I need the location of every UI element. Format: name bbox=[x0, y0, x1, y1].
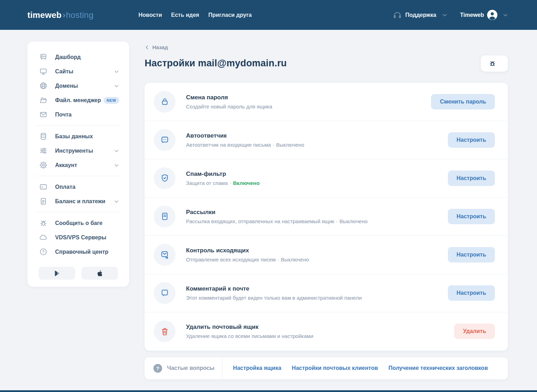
document-icon bbox=[39, 197, 48, 206]
logo-separator: › bbox=[62, 10, 65, 20]
row-subtitle: Удаление ящика со всеми письмами и настр… bbox=[186, 333, 313, 339]
sidebar-item-balance[interactable]: Баланс и платежи bbox=[27, 194, 129, 208]
row-title: Рассылки bbox=[186, 209, 367, 216]
sidebar-item-vds-servers[interactable]: VDS/VPS Серверы bbox=[27, 230, 129, 245]
chevron-down-icon bbox=[114, 148, 119, 154]
app-store-button[interactable] bbox=[81, 267, 118, 280]
row-subtitle: Рассылка входящих, отправленных на настр… bbox=[186, 218, 334, 224]
chevron-down-icon bbox=[442, 12, 447, 18]
row-title: Комментарий к почте bbox=[186, 285, 362, 292]
mail-settings-card: Смена пароля Создайте новый пароль для я… bbox=[145, 83, 508, 351]
faq-link-mailbox-setup[interactable]: Настройка ящика bbox=[233, 365, 281, 371]
configure-comment-button[interactable]: Настроить bbox=[448, 285, 495, 301]
logo-text-primary: timeweb bbox=[27, 10, 61, 20]
row-title: Удалить почтовый ящик bbox=[186, 324, 313, 331]
status-badge: Включено bbox=[233, 180, 260, 186]
sidebar-divider bbox=[36, 176, 121, 176]
sidebar-item-label: Файл. менеджер bbox=[55, 97, 101, 104]
delete-mailbox-button[interactable]: Удалить bbox=[454, 324, 495, 339]
globe-icon bbox=[39, 81, 48, 90]
sidebar-item-sites[interactable]: Сайты bbox=[27, 64, 129, 79]
sidebar-item-label: Аккаунт bbox=[55, 162, 77, 168]
row-title: Смена пароля bbox=[186, 94, 272, 101]
sidebar-item-help-center[interactable]: ? Справочный центр bbox=[27, 245, 129, 259]
account-label: Timeweb bbox=[460, 12, 484, 18]
faq-bar: ? Частые вопросы Настройка ящика Настрой… bbox=[145, 357, 508, 379]
folder-icon bbox=[39, 96, 48, 105]
row-title: Автоответчик bbox=[186, 132, 304, 139]
question-circle-icon: ? bbox=[153, 364, 163, 373]
sidebar-item-label: Баланс и платежи bbox=[55, 198, 105, 205]
timeweb-logo[interactable]: timeweb › hosting bbox=[27, 10, 93, 20]
sidebar-item-label: Домены bbox=[55, 83, 78, 89]
sidebar-item-file-manager[interactable]: Файл. менеджер NEW bbox=[27, 93, 129, 107]
support-menu[interactable]: Поддержка bbox=[393, 11, 447, 20]
sidebar-item-label: Дашборд bbox=[55, 54, 81, 60]
sidebar-item-label: Сообщить о баге bbox=[55, 220, 102, 226]
sidebar-item-label: VDS/VPS Серверы bbox=[55, 234, 106, 241]
sidebar-item-domains[interactable]: Домены bbox=[27, 79, 129, 93]
row-subtitle: Этот комментарий будет виден только вам … bbox=[186, 295, 362, 301]
sliders-icon bbox=[39, 146, 48, 155]
bug-icon bbox=[489, 60, 496, 67]
settings-row-outgoing-control: Контроль исходящих Отправление всех исхо… bbox=[145, 236, 508, 274]
sidebar-item-account[interactable]: Аккаунт bbox=[27, 158, 129, 172]
back-label: Назад bbox=[152, 44, 168, 50]
chevron-down-icon bbox=[114, 162, 119, 168]
envelope-arrow-icon bbox=[154, 244, 175, 266]
cloud-icon bbox=[39, 233, 48, 242]
row-subtitle: Защита от спама bbox=[186, 180, 228, 186]
settings-row-delete-mailbox: Удалить почтовый ящик Удаление ящика со … bbox=[145, 312, 508, 351]
sidebar-item-label: Почта bbox=[55, 112, 72, 118]
google-play-button[interactable] bbox=[39, 267, 75, 280]
sidebar-item-label: Оплата bbox=[55, 184, 75, 190]
nav-news[interactable]: Новости bbox=[138, 12, 162, 18]
lock-icon bbox=[154, 91, 175, 113]
chevron-down-icon bbox=[114, 83, 119, 89]
sidebar-item-label: Справочный центр bbox=[55, 249, 108, 255]
sidebar-item-payment[interactable]: Оплата bbox=[27, 180, 129, 194]
sidebar-divider bbox=[36, 212, 121, 212]
configure-outgoing-button[interactable]: Настроить bbox=[448, 247, 495, 263]
configure-mailing-button[interactable]: Настроить bbox=[448, 209, 495, 224]
status-badge: Выключено bbox=[276, 142, 304, 148]
nav-invite-friend[interactable]: Пригласи друга bbox=[208, 12, 252, 18]
sidebar-item-dashboard[interactable]: Дашборд bbox=[27, 50, 129, 64]
apple-icon bbox=[95, 269, 104, 278]
settings-row-mailing: Рассылки Рассылка входящих, отправленных… bbox=[145, 198, 508, 236]
monitor-icon bbox=[39, 67, 48, 76]
sidebar-item-label: Сайты bbox=[55, 68, 73, 75]
nav-idea[interactable]: Есть идея bbox=[171, 12, 199, 18]
sidebar: Дашборд Сайты Домены Файл. м bbox=[27, 41, 129, 287]
bug-icon bbox=[39, 219, 48, 227]
back-button[interactable]: Назад bbox=[145, 44, 168, 50]
avatar bbox=[487, 10, 497, 20]
page-title: Настройки mail@mydomain.ru bbox=[145, 58, 287, 69]
row-title: Спам-фильтр bbox=[186, 171, 260, 178]
settings-row-comment: Комментарий к почте Этот комментарий буд… bbox=[145, 274, 508, 312]
faq-divider bbox=[222, 357, 223, 379]
sidebar-item-report-bug[interactable]: Сообщить о баге bbox=[27, 216, 129, 230]
database-icon bbox=[39, 132, 48, 141]
dashboard-icon bbox=[39, 53, 48, 61]
sidebar-item-label: Базы данных bbox=[55, 133, 93, 140]
configure-autoresponder-button[interactable]: Настроить bbox=[448, 132, 495, 148]
faq-link-technical-headers[interactable]: Получение технических заголовков bbox=[389, 365, 488, 371]
chevron-left-icon bbox=[145, 45, 150, 50]
account-menu[interactable]: Timeweb bbox=[460, 10, 508, 20]
chevron-down-icon bbox=[503, 12, 508, 18]
trash-icon bbox=[154, 320, 175, 342]
chat-dots-icon bbox=[154, 129, 175, 151]
configure-spam-filter-button[interactable]: Настроить bbox=[448, 171, 495, 186]
sidebar-item-databases[interactable]: Базы данных bbox=[27, 129, 129, 144]
credit-card-icon bbox=[39, 182, 48, 191]
gear-icon bbox=[39, 161, 48, 170]
sidebar-item-mail[interactable]: Почта bbox=[27, 107, 129, 122]
sidebar-item-label: Инструменты bbox=[55, 148, 93, 154]
settings-row-spam-filter: Спам-фильтр Защита от спама·Включено Нас… bbox=[145, 159, 508, 198]
change-password-button[interactable]: Сменить пароль bbox=[431, 94, 495, 109]
report-bug-button[interactable] bbox=[481, 55, 508, 72]
sidebar-item-tools[interactable]: Инструменты bbox=[27, 144, 129, 158]
status-badge: Выключено bbox=[281, 257, 309, 263]
faq-link-mail-clients[interactable]: Настройки почтовых клиентов bbox=[292, 365, 378, 371]
